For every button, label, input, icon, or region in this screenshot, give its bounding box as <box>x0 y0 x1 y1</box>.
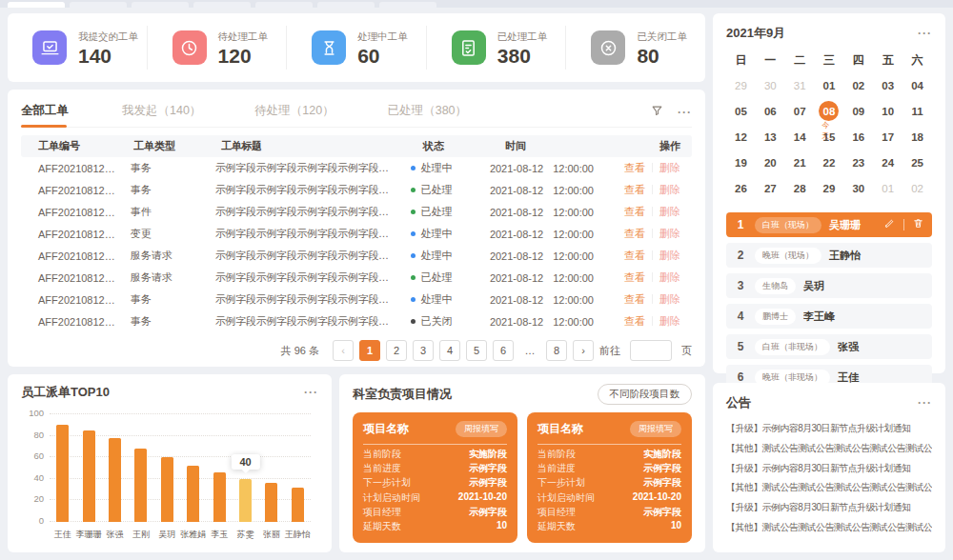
page-button-1[interactable]: 1 <box>359 340 380 361</box>
delete-link[interactable]: 删除 <box>659 271 680 283</box>
calendar-day[interactable]: 07 <box>785 98 815 124</box>
shift-row[interactable]: 1白班（现场）吴珊珊 <box>726 212 932 237</box>
view-link[interactable]: 查看 <box>624 162 645 173</box>
table-row[interactable]: AFF202108120001事务示例字段示例字段示例字段示例字段示例字段已关闭… <box>21 310 692 332</box>
shift-row[interactable]: 2晚班（现场）王静怡 <box>726 243 932 268</box>
view-link[interactable]: 查看 <box>624 184 645 195</box>
calendar-day[interactable]: 20 <box>756 150 785 175</box>
prev-page-button[interactable]: ‹ <box>333 340 354 361</box>
calendar-day[interactable]: 26 <box>726 175 756 201</box>
bar-李珊珊[interactable] <box>83 430 95 522</box>
view-link[interactable]: 查看 <box>624 271 645 283</box>
bar-吴玥[interactable] <box>161 457 173 522</box>
calendar-day[interactable]: 06 <box>756 98 785 124</box>
stat-card[interactable]: 待处理工单120 <box>147 26 287 70</box>
announcement-item[interactable]: 【其他】测试公告测试公告测试公告测试公告测试公告 <box>726 481 932 494</box>
weekly-report-badge[interactable]: 周报填写 <box>630 421 681 437</box>
bar-王刚[interactable] <box>134 449 147 522</box>
calendar-day[interactable]: 10 <box>873 98 902 124</box>
shift-row[interactable]: 4鹏博士李王峰 <box>726 304 932 329</box>
page-button-5[interactable]: 5 <box>466 340 487 361</box>
stat-card[interactable]: 已处理工单380 <box>426 26 566 70</box>
more-icon[interactable]: ··· <box>304 387 318 398</box>
announcement-item[interactable]: 【升级】示例内容8月30日新节点升级计划通知 <box>726 422 932 435</box>
delete-link[interactable]: 删除 <box>659 315 680 327</box>
delete-link[interactable]: 删除 <box>659 206 680 217</box>
calendar-day[interactable]: 02 <box>843 72 873 98</box>
delete-link[interactable]: 删除 <box>659 228 680 239</box>
calendar-day[interactable]: 14 <box>785 124 815 150</box>
more-icon[interactable]: ··· <box>918 397 932 409</box>
orders-tab-2[interactable]: 待处理（120） <box>254 97 334 128</box>
calendar-day[interactable]: 29 <box>815 175 844 201</box>
calendar-day-today[interactable]: 08今天 <box>815 98 844 124</box>
announcement-item[interactable]: 【其他】测试公告测试公告测试公告测试公告测试公告 <box>726 442 932 455</box>
trash-icon[interactable] <box>912 217 924 232</box>
stat-card[interactable]: 已关闭工单80 <box>565 26 705 70</box>
goto-page-input[interactable] <box>630 340 672 361</box>
calendar-day[interactable]: 02 <box>902 175 932 201</box>
bar-王静怡[interactable] <box>292 488 304 522</box>
table-row[interactable]: AFF202108120001事件示例字段示例字段示例字段示例字段示例字段已处理… <box>21 201 692 223</box>
calendar-day[interactable]: 28 <box>785 175 815 201</box>
calendar-day[interactable]: 22 <box>815 150 844 175</box>
calendar-day[interactable]: 25 <box>902 150 932 175</box>
calendar-day[interactable]: 17 <box>873 124 902 150</box>
calendar-day[interactable]: 27 <box>756 175 785 201</box>
calendar-day[interactable]: 11 <box>902 98 932 124</box>
calendar-day[interactable]: 05 <box>726 98 756 124</box>
delete-link[interactable]: 删除 <box>659 250 680 261</box>
orders-tab-1[interactable]: 我发起（140） <box>122 97 201 128</box>
page-button-8[interactable]: 8 <box>546 340 567 361</box>
project-card[interactable]: 项目名称周报填写当前阶段实施阶段当前进度示例字段下一步计划示例字段计划启动时间2… <box>353 412 517 543</box>
calendar-day[interactable]: 29 <box>726 72 756 98</box>
view-link[interactable]: 查看 <box>624 315 645 327</box>
calendar-day[interactable]: 13 <box>756 124 785 150</box>
edit-icon[interactable] <box>883 217 896 232</box>
bar-苏雯[interactable] <box>239 479 252 522</box>
view-link[interactable]: 查看 <box>624 293 645 305</box>
calendar-day[interactable]: 12 <box>726 124 756 150</box>
page-button-4[interactable]: 4 <box>439 340 460 361</box>
weekly-report-badge[interactable]: 周报填写 <box>456 421 507 437</box>
more-icon[interactable]: ··· <box>918 28 932 39</box>
page-button-6[interactable]: 6 <box>493 340 514 361</box>
calendar-day[interactable]: 18 <box>902 124 932 150</box>
delete-link[interactable]: 删除 <box>659 162 680 173</box>
table-row[interactable]: AFF202108120001服务请求示例字段示例字段示例字段示例字段示例字段已… <box>21 267 692 289</box>
calendar-day[interactable]: 09 <box>843 98 873 124</box>
calendar-day[interactable]: 21 <box>785 150 815 175</box>
table-row[interactable]: AFF202108120001事务示例字段示例字段示例字段示例字段示例字段处理中… <box>21 157 692 179</box>
table-row[interactable]: AFF202108120001事务示例字段示例字段示例字段示例字段示例字段已处理… <box>21 179 692 201</box>
orders-tab-0[interactable]: 全部工单 <box>21 97 69 128</box>
bar-王佳[interactable] <box>56 425 69 522</box>
filter-icon[interactable] <box>650 104 664 121</box>
calendar-day[interactable]: 01 <box>815 72 844 98</box>
bar-李玉[interactable] <box>213 472 226 522</box>
table-row[interactable]: AFF202108120001服务请求示例字段示例字段示例字段示例字段示例字段处… <box>21 245 692 267</box>
view-link[interactable]: 查看 <box>624 250 645 261</box>
table-row[interactable]: AFF202108120001事务示例字段示例字段示例字段示例字段示例字段处理中… <box>21 289 692 310</box>
stat-card[interactable]: 处理中工单60 <box>286 26 426 70</box>
calendar-day[interactable]: 15 <box>815 124 844 150</box>
calendar-day[interactable]: 30 <box>756 72 785 98</box>
delete-link[interactable]: 删除 <box>659 184 680 195</box>
calendar-day[interactable]: 03 <box>873 72 902 98</box>
next-page-button[interactable]: › <box>573 340 594 361</box>
page-button-3[interactable]: 3 <box>413 340 434 361</box>
announcement-item[interactable]: 【升级】示例内容8月30日新节点升级计划通知 <box>726 462 932 475</box>
stat-card[interactable]: 我提交的工单140 <box>8 26 147 70</box>
project-card[interactable]: 项目名称周报填写当前阶段实施阶段当前进度示例字段下一步计划示例字段计划启动时间2… <box>527 412 692 543</box>
table-row[interactable]: AFF202108120001变更示例字段示例字段示例字段示例字段示例字段处理中… <box>21 223 692 245</box>
calendar-day[interactable]: 01 <box>873 175 902 201</box>
calendar-day[interactable]: 04 <box>902 72 932 98</box>
view-link[interactable]: 查看 <box>624 228 645 239</box>
announcement-item[interactable]: 【升级】示例内容8月30日新节点升级计划通知 <box>726 501 932 514</box>
calendar-day[interactable]: 30 <box>843 175 873 201</box>
page-button-2[interactable]: 2 <box>386 340 407 361</box>
stage-count-button[interactable]: 不同阶段项目数 <box>598 384 693 405</box>
calendar-day[interactable]: 23 <box>843 150 873 175</box>
delete-link[interactable]: 删除 <box>659 293 680 305</box>
view-link[interactable]: 查看 <box>624 206 645 217</box>
shift-row[interactable]: 3生物岛吴玥 <box>726 273 932 298</box>
